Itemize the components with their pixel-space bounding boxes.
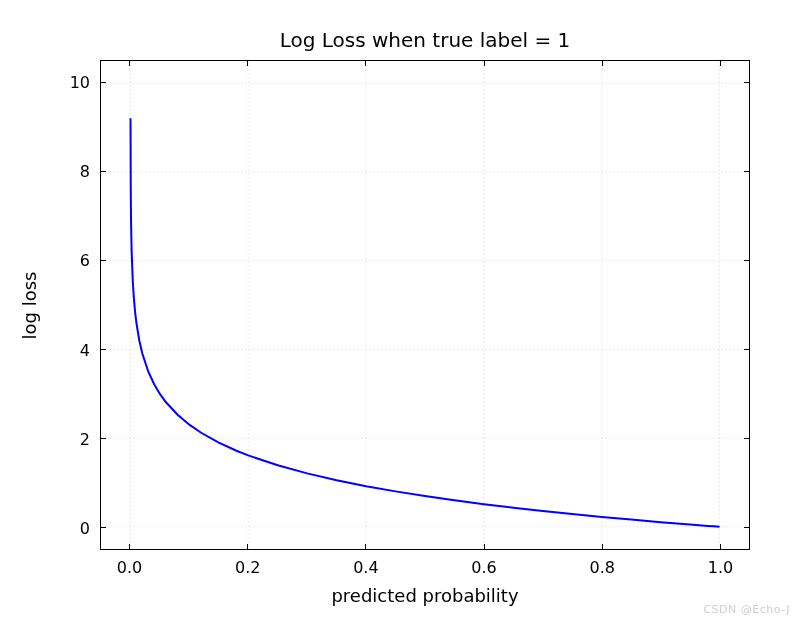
x-tick-label: 0.0 xyxy=(105,558,155,577)
x-tick-label: 0.8 xyxy=(577,558,627,577)
y-tick-mark xyxy=(744,527,749,528)
y-tick-label: 6 xyxy=(50,251,90,270)
plot-area xyxy=(100,60,750,550)
x-tick-mark xyxy=(602,61,603,66)
x-tick-mark xyxy=(484,61,485,66)
x-tick-label: 0.2 xyxy=(223,558,273,577)
y-tick-label: 2 xyxy=(50,429,90,448)
y-axis-label-text: log loss xyxy=(20,271,41,339)
x-tick-mark xyxy=(365,544,366,549)
y-tick-mark xyxy=(101,527,106,528)
watermark: CSDN @Echo-J xyxy=(703,603,790,616)
chart-title: Log Loss when true label = 1 xyxy=(100,28,750,52)
y-tick-label: 8 xyxy=(50,162,90,181)
x-tick-label: 1.0 xyxy=(695,558,745,577)
x-tick-mark xyxy=(129,61,130,66)
x-tick-label: 0.4 xyxy=(341,558,391,577)
figure: Log Loss when true label = 1 log loss 0 … xyxy=(0,0,800,622)
y-tick-label: 4 xyxy=(50,340,90,359)
log-loss-curve xyxy=(131,118,720,527)
y-tick-mark xyxy=(101,82,106,83)
plot-svg xyxy=(101,61,749,549)
x-tick-mark xyxy=(365,61,366,66)
x-tick-mark xyxy=(602,544,603,549)
gridlines xyxy=(101,61,749,549)
x-tick-mark xyxy=(720,61,721,66)
y-tick-mark xyxy=(744,260,749,261)
x-tick-mark xyxy=(129,544,130,549)
x-tick-mark xyxy=(247,61,248,66)
y-tick-label: 0 xyxy=(50,518,90,537)
x-tick-mark xyxy=(720,544,721,549)
y-tick-mark xyxy=(101,260,106,261)
y-tick-mark xyxy=(744,171,749,172)
x-tick-label: 0.6 xyxy=(459,558,509,577)
y-tick-mark xyxy=(101,171,106,172)
y-tick-mark xyxy=(744,82,749,83)
x-tick-mark xyxy=(247,544,248,549)
y-tick-label: 10 xyxy=(50,73,90,92)
y-tick-mark xyxy=(744,438,749,439)
x-tick-mark xyxy=(484,544,485,549)
y-axis-label: log loss xyxy=(20,60,40,550)
y-tick-mark xyxy=(101,438,106,439)
x-axis-label: predicted probability xyxy=(100,585,750,606)
y-tick-mark xyxy=(101,349,106,350)
y-tick-mark xyxy=(744,349,749,350)
